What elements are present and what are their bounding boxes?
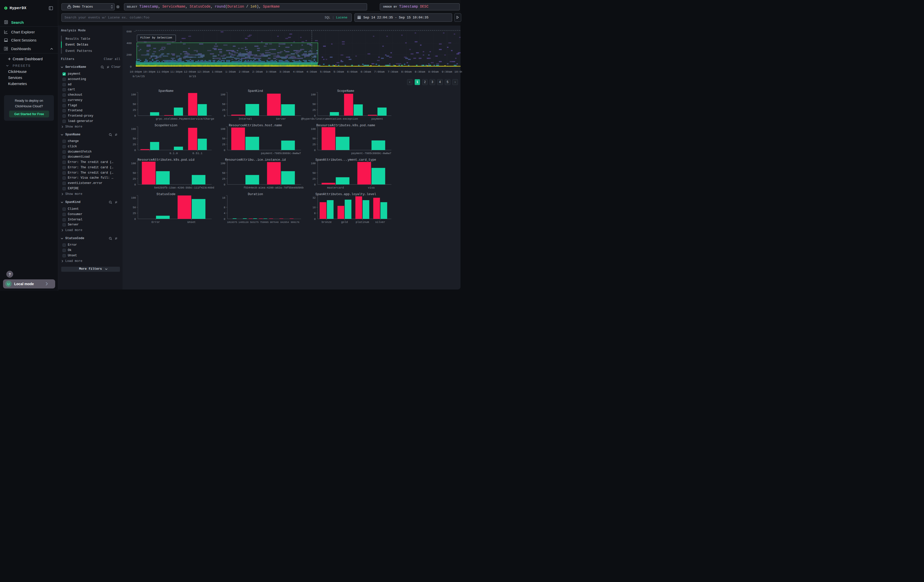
svg-text:0: 0 bbox=[134, 114, 136, 117]
svg-text:50: 50 bbox=[133, 206, 136, 209]
svg-text:1:30am: 1:30am bbox=[225, 70, 236, 73]
svg-text:100: 100 bbox=[131, 196, 136, 199]
svg-text:11:30pm: 11:30pm bbox=[170, 70, 182, 73]
svg-text:100: 100 bbox=[221, 162, 225, 165]
svg-text:12:30am: 12:30am bbox=[197, 70, 210, 73]
svg-text:0: 0 bbox=[224, 218, 225, 221]
svg-text:759085: 759085 bbox=[260, 221, 269, 224]
svg-text:8: 8 bbox=[314, 212, 315, 215]
svg-text:100: 100 bbox=[311, 127, 316, 130]
svg-text:Unset: Unset bbox=[187, 221, 196, 224]
svg-text:25: 25 bbox=[133, 177, 136, 180]
svg-text:0: 0 bbox=[314, 149, 315, 152]
svg-text:32: 32 bbox=[312, 196, 316, 199]
svg-text:4:00am: 4:00am bbox=[293, 70, 304, 73]
svg-text:ResourceAttributes.k8s.pod.uid: ResourceAttributes.k8s.pod.uid bbox=[137, 158, 194, 162]
svg-text:8: 8 bbox=[224, 206, 225, 209]
svg-text:16: 16 bbox=[222, 196, 225, 199]
svg-text:100: 100 bbox=[131, 162, 136, 165]
svg-text:25: 25 bbox=[133, 143, 136, 146]
svg-text:50: 50 bbox=[222, 103, 225, 106]
svg-text:100: 100 bbox=[131, 93, 136, 96]
svg-text:9:30am: 9:30am bbox=[442, 70, 452, 73]
svg-text:4: 4 bbox=[224, 212, 225, 215]
svg-text:ResourceAttributes.k8s.pod.nam: ResourceAttributes.k8s.pod.name bbox=[316, 124, 375, 127]
svg-text:0: 0 bbox=[134, 218, 136, 221]
svg-text:10:30pm: 10:30pm bbox=[143, 70, 155, 73]
svg-text:1019375: 1019375 bbox=[227, 221, 237, 224]
svg-text:8:00am: 8:00am bbox=[401, 70, 412, 73]
svg-text:50: 50 bbox=[133, 103, 136, 106]
svg-text:SpanName: SpanName bbox=[158, 89, 173, 93]
svg-text:ResourceAttribu..ice.instance.: ResourceAttribu..ice.instance.id bbox=[225, 158, 285, 162]
svg-text:platinum: platinum bbox=[356, 221, 369, 224]
svg-text:9/15: 9/15 bbox=[189, 75, 196, 78]
svg-text:25: 25 bbox=[133, 109, 136, 112]
svg-text:5:30am: 5:30am bbox=[333, 70, 344, 73]
svg-text:3:30am: 3:30am bbox=[279, 70, 290, 73]
svg-text:50: 50 bbox=[312, 137, 316, 140]
svg-text:3:00am: 3:00am bbox=[266, 70, 277, 73]
svg-text:11:00pm: 11:00pm bbox=[157, 70, 169, 73]
svg-text:100: 100 bbox=[221, 93, 225, 96]
svg-text:9:00am: 9:00am bbox=[428, 70, 439, 73]
svg-text:842654: 842654 bbox=[280, 221, 289, 224]
svg-text:4:30am: 4:30am bbox=[306, 70, 317, 73]
svg-text:25: 25 bbox=[312, 109, 316, 112]
svg-text:Internal: Internal bbox=[239, 117, 252, 120]
svg-text:0: 0 bbox=[314, 183, 315, 186]
svg-text:ResourceAttributes.host.name: ResourceAttributes.host.name bbox=[229, 124, 282, 127]
svg-text:grpc.oteldemo.PaymentService/C: grpc.oteldemo.PaymentService/Charge bbox=[156, 117, 214, 120]
svg-text:2:00am: 2:00am bbox=[239, 70, 249, 73]
svg-text:SpanAttributes.app.loyalty.lev: SpanAttributes.app.loyalty.level bbox=[315, 193, 376, 196]
svg-text:ScopeVersion: ScopeVersion bbox=[155, 124, 177, 127]
svg-text:0: 0 bbox=[134, 183, 136, 186]
svg-text:0: 0 bbox=[314, 218, 315, 221]
svg-text:7:30am: 7:30am bbox=[388, 70, 398, 73]
svg-text:Duration: Duration bbox=[248, 193, 263, 196]
svg-text:gold: gold bbox=[341, 221, 348, 224]
svg-text:50: 50 bbox=[312, 171, 316, 175]
svg-text:0: 0 bbox=[224, 149, 225, 152]
svg-text:@hyperdx/instrumentation-excep: @hyperdx/instrumentation-exception bbox=[301, 117, 358, 120]
svg-text:payment-7985c8969c-mwmw7: payment-7985c8969c-mwmw7 bbox=[261, 152, 301, 155]
svg-text:Error: Error bbox=[152, 221, 160, 224]
svg-text:0: 0 bbox=[130, 65, 132, 68]
svg-text:payment-7985c8969c-mwmw7: payment-7985c8969c-mwmw7 bbox=[351, 152, 391, 155]
svg-text:25: 25 bbox=[312, 143, 316, 146]
svg-text:0: 0 bbox=[224, 114, 225, 117]
svg-text:10:00pm: 10:00pm bbox=[130, 70, 142, 73]
svg-text:SpanKind: SpanKind bbox=[248, 89, 263, 93]
svg-text:8:30am: 8:30am bbox=[415, 70, 425, 73]
svg-text:12:00am: 12:00am bbox=[184, 70, 196, 73]
svg-text:0: 0 bbox=[134, 149, 136, 152]
svg-text:583275: 583275 bbox=[250, 221, 259, 224]
svg-text:7:00am: 7:00am bbox=[374, 70, 384, 73]
svg-text:0: 0 bbox=[224, 183, 225, 186]
svg-text:0.51.1: 0.51.1 bbox=[193, 152, 203, 155]
svg-text:50: 50 bbox=[312, 103, 316, 106]
svg-text:6:00am: 6:00am bbox=[347, 70, 358, 73]
svg-text:f5344ec9-a1ea-4290-a62a-78f5be: f5344ec9-a1ea-4290-a62a-78f5bee8d90b bbox=[243, 186, 304, 189]
svg-text:5e02b5fb-13ae-4296-bbbc-111f42: 5e02b5fb-13ae-4296-bbbc-111f423c460d bbox=[154, 186, 214, 189]
svg-text:6:30am: 6:30am bbox=[361, 70, 371, 73]
svg-text:100: 100 bbox=[311, 93, 316, 96]
svg-text:25: 25 bbox=[222, 143, 225, 146]
svg-text:mastercard: mastercard bbox=[327, 186, 344, 189]
svg-text:silver: silver bbox=[375, 221, 385, 224]
svg-text:999176: 999176 bbox=[291, 221, 300, 224]
svg-text:25: 25 bbox=[133, 212, 136, 215]
svg-text:50: 50 bbox=[222, 171, 225, 175]
svg-text:25: 25 bbox=[222, 177, 225, 180]
svg-text:100: 100 bbox=[311, 162, 316, 165]
svg-text:payment: payment bbox=[371, 117, 383, 120]
svg-text:600: 600 bbox=[127, 30, 132, 33]
svg-text:10:00am: 10:00am bbox=[454, 70, 462, 73]
svg-text:25: 25 bbox=[312, 177, 316, 180]
svg-text:SpanAttributes...yment.card_ty: SpanAttributes...yment.card_type bbox=[315, 158, 376, 162]
svg-text:bronze: bronze bbox=[322, 221, 332, 224]
svg-text:2:30am: 2:30am bbox=[252, 70, 263, 73]
svg-text:50: 50 bbox=[133, 137, 136, 140]
svg-text:100: 100 bbox=[131, 127, 136, 130]
svg-text:visa: visa bbox=[368, 186, 375, 189]
